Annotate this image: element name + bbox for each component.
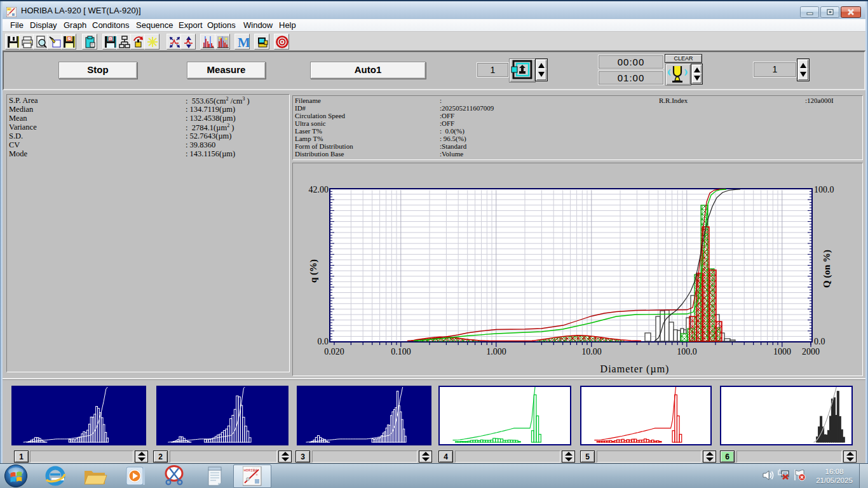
svg-text:HO: HO [8,8,11,11]
svg-text:q (%): q (%) [308,259,319,283]
svg-text:100.0: 100.0 [814,185,834,194]
svg-text:Diameter (µm): Diameter (µm) [600,363,670,375]
svg-text:0.100: 0.100 [391,347,411,356]
svg-text:0.020: 0.020 [324,347,344,356]
svg-text:C: C [69,37,71,41]
svg-text:Q (on %): Q (on %) [822,250,832,288]
svg-text:10.00: 10.00 [581,347,602,356]
svg-text:0.0: 0.0 [318,337,329,346]
svg-text:42.00: 42.00 [309,185,329,194]
svg-text:100.0: 100.0 [677,347,697,356]
svg-text:2000: 2000 [802,347,820,356]
svg-text:M: M [238,35,250,50]
svg-text:0.0: 0.0 [814,337,825,346]
svg-text:1.000: 1.000 [486,347,506,356]
svg-text:1000: 1000 [773,347,791,356]
